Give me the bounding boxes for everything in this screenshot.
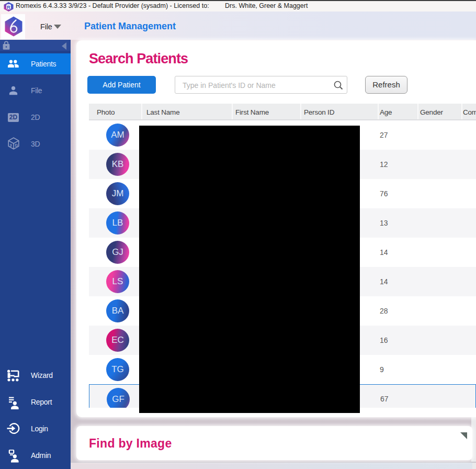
svg-text:D: D bbox=[15, 143, 18, 148]
svg-text:3: 3 bbox=[9, 143, 12, 148]
svg-text:R: R bbox=[7, 4, 10, 10]
